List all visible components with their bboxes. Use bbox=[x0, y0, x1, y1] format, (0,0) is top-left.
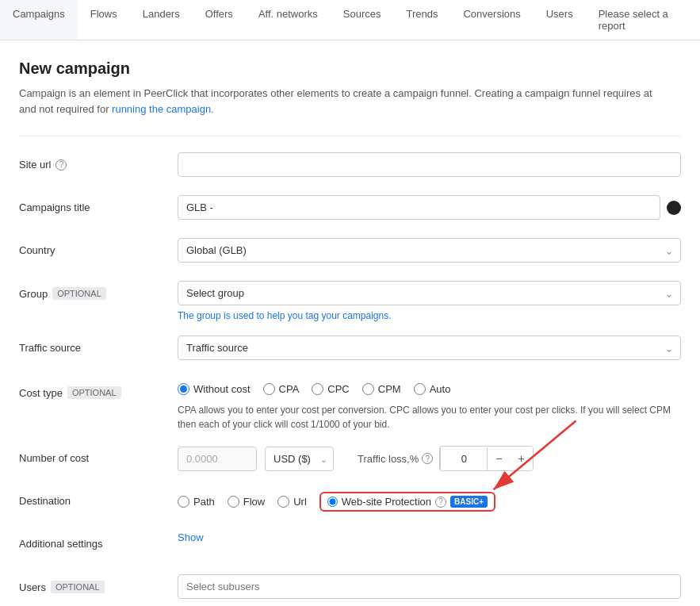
currency-select-wrapper: USD ($) bbox=[265, 447, 334, 471]
additional-settings-field-col: Show bbox=[178, 531, 681, 543]
traffic-source-label: Traffic source bbox=[19, 336, 178, 354]
campaigns-title-row: Campaigns title bbox=[19, 195, 681, 224]
group-optional-badge: OPTIONAL bbox=[52, 287, 106, 300]
color-picker-dot[interactable] bbox=[667, 201, 681, 215]
site-url-input[interactable] bbox=[178, 152, 681, 177]
cost-type-description: CPA allows you to enter your cost per co… bbox=[178, 403, 681, 431]
group-row: Group OPTIONAL Select group The group is… bbox=[19, 281, 681, 321]
nav-bar: Campaigns Flows Landers Offers Aff. netw… bbox=[0, 0, 700, 40]
traffic-source-select-wrapper: Traffic source bbox=[178, 336, 681, 360]
group-select-wrapper: Select group bbox=[178, 281, 681, 305]
cost-type-radio-group: Without cost CPA CPC CPM bbox=[178, 378, 681, 395]
stepper-minus-btn[interactable]: − bbox=[488, 447, 510, 470]
users-field-col bbox=[178, 574, 681, 599]
number-of-cost-row: Number of cost USD ($) Traffic loss,% ? bbox=[19, 446, 681, 474]
stepper-plus-btn[interactable]: + bbox=[510, 447, 532, 470]
cost-type-without-cost[interactable]: Without cost bbox=[178, 383, 251, 395]
campaigns-title-field-col bbox=[178, 195, 681, 220]
traffic-loss-section: Traffic loss,% ? 0 − + bbox=[358, 446, 534, 471]
campaigns-title-label: Campaigns title bbox=[19, 195, 178, 213]
group-field-col: Select group The group is used to help y… bbox=[178, 281, 681, 321]
currency-select[interactable]: USD ($) bbox=[265, 447, 334, 471]
destination-url[interactable]: Url bbox=[277, 496, 307, 508]
basic-plus-badge: BASIC+ bbox=[450, 496, 488, 508]
cost-type-row: Cost type OPTIONAL Without cost CPA CPC bbox=[19, 378, 681, 431]
traffic-loss-label: Traffic loss,% ? bbox=[358, 453, 433, 465]
number-of-cost-field-col: USD ($) Traffic loss,% ? 0 − + bbox=[178, 446, 681, 471]
cost-type-optional-badge: OPTIONAL bbox=[67, 386, 121, 399]
campaigns-title-input[interactable] bbox=[178, 195, 660, 220]
web-protection-help-icon[interactable]: ? bbox=[435, 497, 446, 508]
destination-flow[interactable]: Flow bbox=[228, 496, 265, 508]
tab-trends[interactable]: Trends bbox=[393, 0, 450, 40]
cost-value-input[interactable] bbox=[178, 447, 257, 471]
cost-type-cpa[interactable]: CPA bbox=[263, 383, 300, 395]
site-url-label: Site url ? bbox=[19, 152, 178, 171]
tab-campaigns[interactable]: Campaigns bbox=[0, 0, 78, 40]
tab-conversions[interactable]: Conversions bbox=[450, 0, 533, 40]
tab-offers[interactable]: Offers bbox=[193, 0, 246, 40]
traffic-loss-value: 0 bbox=[440, 447, 488, 470]
additional-settings-row: Additional settings Show bbox=[19, 531, 681, 560]
tab-users[interactable]: Users bbox=[534, 0, 586, 40]
traffic-source-row: Traffic source Traffic source bbox=[19, 336, 681, 364]
country-row: Country Global (GLB) bbox=[19, 238, 681, 267]
site-url-help-icon[interactable]: ? bbox=[55, 159, 67, 171]
number-of-cost-label: Number of cost bbox=[19, 446, 178, 464]
destination-options-row: Path Flow Url Web-site Protection ? bbox=[178, 489, 681, 512]
campaigns-title-input-row bbox=[178, 195, 681, 220]
main-content: New campaign Campaign is an element in P… bbox=[0, 40, 700, 606]
group-hint: The group is used to help you tag your c… bbox=[178, 310, 681, 321]
tab-flows[interactable]: Flows bbox=[78, 0, 130, 40]
tab-aff-networks[interactable]: Aff. networks bbox=[246, 0, 331, 40]
users-input[interactable] bbox=[178, 574, 681, 599]
page-title: New campaign bbox=[19, 59, 681, 78]
number-cost-row: USD ($) Traffic loss,% ? 0 − + bbox=[178, 446, 681, 471]
cost-type-cpm[interactable]: CPM bbox=[362, 383, 401, 395]
cost-type-label: Cost type OPTIONAL bbox=[19, 378, 178, 399]
destination-field-col: Path Flow Url Web-site Protection ? bbox=[178, 489, 681, 512]
destination-row: Destination Path Flow Url bbox=[19, 489, 681, 517]
traffic-source-select[interactable]: Traffic source bbox=[178, 336, 681, 360]
site-url-row: Site url ? bbox=[19, 152, 681, 181]
country-select[interactable]: Global (GLB) bbox=[178, 238, 681, 263]
page-description: Campaign is an element in PeerClick that… bbox=[19, 86, 681, 117]
destination-label: Destination bbox=[19, 489, 178, 507]
cost-type-cpc[interactable]: CPC bbox=[312, 383, 349, 395]
site-url-field-col bbox=[178, 152, 681, 177]
number-stepper: 0 − + bbox=[439, 446, 533, 471]
group-label: Group OPTIONAL bbox=[19, 281, 178, 300]
destination-path[interactable]: Path bbox=[178, 496, 215, 508]
country-select-wrapper: Global (GLB) bbox=[178, 238, 681, 263]
destination-web-protection[interactable]: Web-site Protection ? BASIC+ bbox=[319, 492, 495, 512]
users-label: Users OPTIONAL bbox=[19, 574, 178, 593]
running-campaign-link[interactable]: running the campaign. bbox=[112, 103, 214, 115]
additional-settings-label: Additional settings bbox=[19, 531, 178, 550]
country-field-col: Global (GLB) bbox=[178, 238, 681, 263]
cost-type-auto[interactable]: Auto bbox=[414, 383, 451, 395]
cost-type-field-col: Without cost CPA CPC CPM bbox=[178, 378, 681, 431]
show-additional-settings-link[interactable]: Show bbox=[178, 531, 681, 543]
users-optional-badge: OPTIONAL bbox=[51, 581, 105, 593]
report-selector[interactable]: Please select a report bbox=[586, 0, 700, 40]
country-label: Country bbox=[19, 238, 178, 256]
tab-landers[interactable]: Landers bbox=[130, 0, 193, 40]
users-row: Users OPTIONAL bbox=[19, 574, 681, 603]
traffic-loss-help-icon[interactable]: ? bbox=[422, 453, 433, 464]
form-section: Site url ? Campaigns title Country bbox=[19, 152, 681, 606]
traffic-source-field-col: Traffic source bbox=[178, 336, 681, 360]
tab-sources[interactable]: Sources bbox=[331, 0, 394, 40]
group-select[interactable]: Select group bbox=[178, 281, 681, 305]
